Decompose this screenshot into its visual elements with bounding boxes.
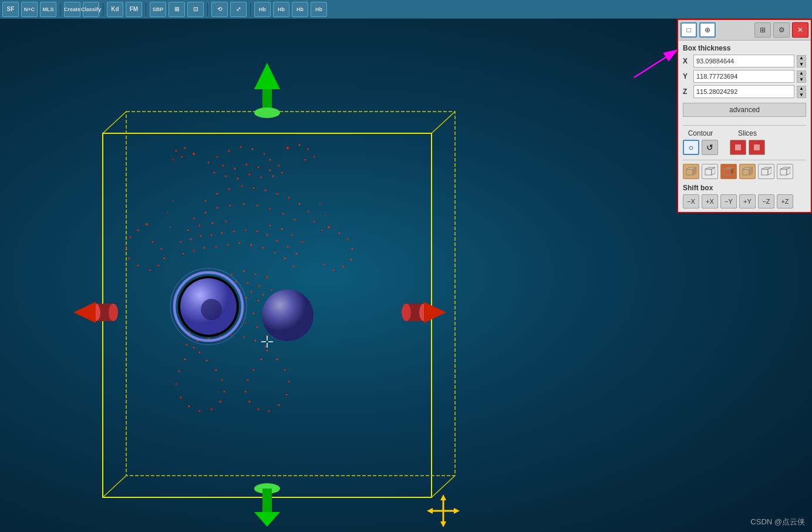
svg-point-41 bbox=[253, 187, 255, 189]
svg-point-32 bbox=[237, 178, 239, 180]
toolbar-icon4[interactable]: ⤢ bbox=[230, 2, 247, 17]
svg-point-43 bbox=[277, 193, 278, 195]
toolbar-hb3[interactable]: Hb bbox=[292, 2, 308, 17]
slices-red1-btn[interactable] bbox=[730, 140, 746, 155]
toolbar-create[interactable]: Create bbox=[64, 2, 80, 17]
panel-grid-icon-btn[interactable]: ⊞ bbox=[754, 22, 771, 38]
box-face5-btn[interactable] bbox=[758, 164, 774, 179]
x-input[interactable] bbox=[693, 55, 794, 68]
svg-point-22 bbox=[308, 149, 309, 150]
toolbar-fm[interactable]: FM bbox=[126, 2, 142, 17]
svg-rect-227 bbox=[705, 169, 712, 175]
toolbar-icon2[interactable]: ⊡ bbox=[187, 2, 204, 17]
toolbar-icon1[interactable]: ⊞ bbox=[169, 2, 185, 17]
svg-point-155 bbox=[257, 326, 258, 328]
svg-rect-1 bbox=[126, 112, 455, 476]
svg-point-103 bbox=[262, 247, 264, 249]
toolbar-sbp[interactable]: SBP bbox=[150, 2, 166, 17]
contour-circle-btn[interactable]: ○ bbox=[683, 140, 699, 155]
svg-point-201 bbox=[419, 304, 429, 321]
svg-point-50 bbox=[130, 237, 132, 238]
toolbar-sf[interactable]: SF bbox=[2, 2, 19, 17]
advanced-button[interactable]: advanced bbox=[683, 103, 806, 117]
svg-point-180 bbox=[259, 285, 261, 287]
svg-point-34 bbox=[261, 177, 262, 179]
svg-point-17 bbox=[176, 150, 177, 152]
shift-neg-x-btn[interactable]: −X bbox=[683, 194, 699, 208]
panel-settings-icon-btn[interactable]: ⚙ bbox=[773, 22, 790, 38]
svg-point-172 bbox=[243, 271, 245, 272]
svg-point-101 bbox=[239, 243, 241, 244]
svg-point-67 bbox=[193, 218, 195, 220]
svg-point-153 bbox=[233, 321, 235, 322]
svg-point-161 bbox=[231, 335, 233, 337]
svg-point-121 bbox=[267, 350, 268, 352]
shift-neg-z-btn[interactable]: −Z bbox=[758, 194, 774, 208]
box-thickness-title: Box thickness bbox=[683, 44, 806, 52]
svg-point-127 bbox=[268, 410, 270, 412]
svg-point-185 bbox=[239, 289, 241, 291]
sep5 bbox=[250, 3, 251, 16]
x-down-btn[interactable]: ▼ bbox=[797, 62, 806, 68]
toolbar-mls[interactable]: MLS bbox=[40, 2, 56, 17]
panel-close-btn[interactable]: ✕ bbox=[792, 22, 808, 38]
svg-point-73 bbox=[269, 208, 271, 210]
svg-point-96 bbox=[183, 253, 184, 255]
y-up-btn[interactable]: ▲ bbox=[797, 70, 806, 76]
x-up-btn[interactable]: ▲ bbox=[797, 55, 806, 61]
z-down-btn[interactable]: ▼ bbox=[797, 92, 806, 98]
svg-point-20 bbox=[287, 147, 289, 149]
svg-point-154 bbox=[245, 322, 247, 324]
z-up-btn[interactable]: ▲ bbox=[797, 86, 806, 92]
svg-point-122 bbox=[277, 359, 278, 361]
box-face2-btn[interactable] bbox=[702, 164, 718, 179]
svg-rect-193 bbox=[262, 489, 272, 512]
contour-refresh-btn[interactable]: ↺ bbox=[702, 140, 718, 155]
toolbar-hb4[interactable]: Hb bbox=[311, 2, 327, 17]
shift-pos-z-btn[interactable]: +Z bbox=[777, 194, 793, 208]
svg-point-138 bbox=[246, 297, 248, 299]
svg-point-116 bbox=[224, 391, 225, 393]
svg-point-206 bbox=[201, 299, 222, 320]
panel-crosshair-icon-btn[interactable]: ⊕ bbox=[699, 22, 716, 38]
y-input[interactable] bbox=[693, 70, 794, 83]
toolbar-icon3[interactable]: ⟲ bbox=[211, 2, 228, 17]
panel-square-icon-btn[interactable]: □ bbox=[680, 22, 697, 38]
svg-point-85 bbox=[190, 238, 192, 240]
svg-point-176 bbox=[212, 287, 214, 289]
box-face3-btn[interactable] bbox=[720, 164, 737, 179]
svg-line-5 bbox=[432, 476, 455, 497]
svg-marker-229 bbox=[705, 167, 715, 169]
svg-point-186 bbox=[251, 291, 252, 293]
shift-pos-y-btn[interactable]: +Y bbox=[739, 194, 756, 208]
toolbar-classify[interactable]: Classify bbox=[83, 2, 99, 17]
slices-label: Slices bbox=[738, 129, 757, 137]
toolbar-hb1[interactable]: Hb bbox=[254, 2, 271, 17]
shift-pos-x-btn[interactable]: +X bbox=[702, 194, 718, 208]
svg-point-159 bbox=[208, 338, 210, 340]
box-face1-btn[interactable] bbox=[683, 164, 699, 179]
svg-rect-223 bbox=[754, 144, 760, 150]
svg-point-144 bbox=[228, 309, 230, 311]
svg-point-151 bbox=[210, 325, 211, 326]
svg-rect-199 bbox=[406, 304, 424, 321]
svg-point-70 bbox=[230, 205, 231, 207]
shift-box-title: Shift box bbox=[683, 184, 806, 192]
toolbar-nc[interactable]: N+C bbox=[21, 2, 38, 17]
svg-point-53 bbox=[137, 265, 139, 267]
box-face4-btn[interactable] bbox=[739, 164, 756, 179]
svg-point-63 bbox=[351, 259, 352, 261]
z-input[interactable] bbox=[693, 85, 794, 98]
box-face6-btn[interactable] bbox=[777, 164, 793, 179]
contour-group: Contour ○ ↺ bbox=[683, 129, 718, 155]
toolbar-hb2[interactable]: Hb bbox=[273, 2, 289, 17]
svg-point-7 bbox=[228, 150, 230, 152]
svg-marker-202 bbox=[424, 302, 446, 323]
svg-point-130 bbox=[245, 391, 247, 393]
y-down-btn[interactable]: ▼ bbox=[797, 77, 806, 83]
shift-neg-y-btn[interactable]: −Y bbox=[720, 194, 737, 208]
toolbar-kd[interactable]: Kd bbox=[107, 2, 123, 17]
svg-point-148 bbox=[272, 326, 274, 328]
sep3 bbox=[146, 3, 146, 16]
slices-red2-btn[interactable] bbox=[749, 140, 765, 155]
